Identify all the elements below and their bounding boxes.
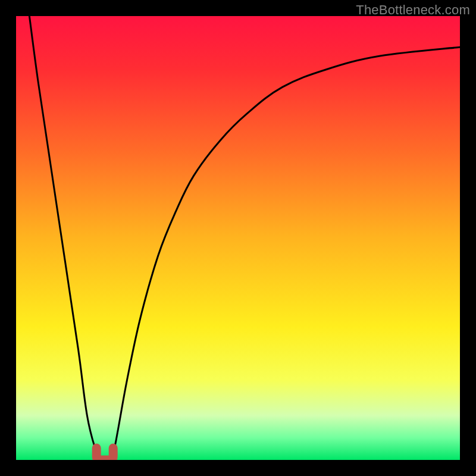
minimum-marker [96, 448, 113, 460]
outer-frame: TheBottleneck.com [0, 0, 476, 476]
plot-area [16, 16, 460, 460]
watermark-text: TheBottleneck.com [356, 2, 470, 18]
curve-layer [16, 16, 460, 460]
bottleneck-curve [29, 16, 460, 460]
